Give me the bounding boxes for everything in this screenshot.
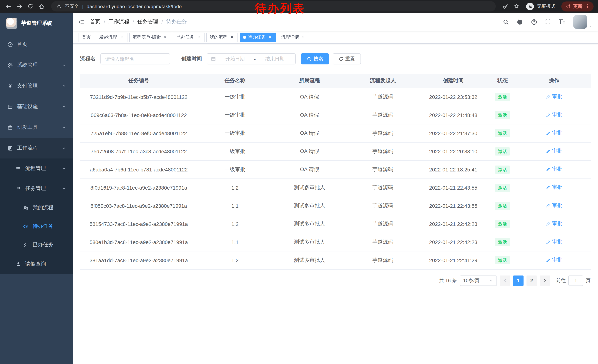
close-icon[interactable]: × (301, 35, 306, 40)
caret-down-icon (589, 25, 593, 29)
start-date-placeholder[interactable]: 开始日期 (218, 56, 252, 62)
close-icon[interactable]: × (196, 35, 201, 40)
tab-process-detail[interactable]: 流程详情 × (278, 32, 309, 42)
table-row: 580e1b3d-7ac8-11ec-a9e2-a2380e71991a 1.1… (80, 233, 590, 251)
cell-process: OA 请假 (273, 142, 347, 160)
avatar[interactable] (573, 15, 587, 29)
cell-created: 2022-01-22 23:53:32 (419, 88, 487, 106)
approve-action-link[interactable]: 审批 (546, 166, 562, 173)
browser-home-button[interactable] (36, 1, 47, 11)
browser-menu-dots-icon[interactable] (585, 4, 590, 9)
close-icon[interactable]: × (163, 35, 168, 40)
sidebar-item-payment[interactable]: 支付管理 (0, 75, 73, 96)
sidebar-item-label: 工作流程 (17, 145, 38, 152)
approve-action-link[interactable]: 审批 (546, 112, 562, 118)
approve-action-link[interactable]: 审批 (546, 257, 562, 263)
sidebar-item-system[interactable]: 系统管理 (0, 55, 73, 75)
url-text[interactable]: dashboard.yudao.iocoder.cn/bpm/task/todo (87, 4, 182, 9)
close-icon[interactable]: × (119, 35, 124, 40)
tab-my-process[interactable]: 我的流程 × (206, 32, 238, 42)
date-range-picker[interactable]: 开始日期 - 结束日期 (207, 53, 296, 65)
sidebar-item-leave-query[interactable]: 请假查询 (0, 254, 73, 274)
chrome-update-button[interactable]: 更新 (561, 1, 594, 11)
breadcrumb-item-home[interactable]: 首页 (90, 18, 100, 25)
end-date-placeholder[interactable]: 结束日期 (258, 56, 291, 62)
sidebar-item-my-process[interactable]: 我的流程 (0, 198, 73, 217)
sidebar-item-infrastructure[interactable]: 基础设施 (0, 96, 73, 117)
chevron-left-icon (503, 278, 507, 283)
tags-view-bar: 首页 发起流程 × 流程表单-编辑 × 已办任务 × 我的流程 × (73, 31, 598, 44)
eye-icon (23, 224, 29, 229)
goto-page-input[interactable] (568, 275, 583, 286)
list-icon (16, 166, 21, 171)
tab-done-tasks[interactable]: 已办任务 × (173, 32, 205, 42)
tab-todo-tasks[interactable]: 待办任务 × (240, 32, 276, 42)
font-size-icon: TT (559, 18, 565, 25)
status-badge: 激活 (495, 129, 510, 137)
cell-process: OA 请假 (273, 124, 347, 142)
font-size-button[interactable]: TT (556, 16, 568, 28)
next-page-button[interactable] (540, 275, 550, 286)
cell-initiator: 芋道源码 (347, 178, 419, 197)
browser-reload-button[interactable] (25, 1, 36, 11)
cell-task-id: 069c6a63-7b8a-11ec-8ef0-acde48001122 (80, 106, 198, 124)
chevron-down-icon (62, 125, 66, 129)
sidebar-item-todo-tasks[interactable]: 待办任务 (0, 217, 73, 235)
sidebar-item-home[interactable]: 首页 (0, 34, 73, 55)
page-size-select[interactable]: 10条/页 (460, 275, 497, 286)
search-button[interactable]: 搜索 (301, 53, 329, 65)
tab-form-edit[interactable]: 流程表单-编辑 × (129, 32, 171, 42)
approve-action-link[interactable]: 审批 (546, 202, 562, 209)
cell-process: OA 请假 (273, 88, 347, 106)
cell-created: 2022-01-21 22:43:55 (419, 178, 487, 197)
sidebar-item-task-mgmt[interactable]: 任务管理 (0, 178, 73, 198)
tab-start-process[interactable]: 发起流程 × (96, 32, 127, 42)
help-doc-button[interactable] (528, 16, 540, 28)
tab-home[interactable]: 首页 (79, 32, 94, 42)
sidebar-logo[interactable]: 芋道管理系统 (0, 13, 73, 34)
sidebar-item-process-mgmt[interactable]: 流程管理 (0, 159, 73, 178)
breadcrumb-item-task-mgmt[interactable]: 任务管理 (137, 18, 158, 25)
breadcrumb-item-workflow[interactable]: 工作流程 (108, 18, 129, 25)
security-label[interactable]: 不安全 (65, 3, 79, 9)
sidebar-collapse-button[interactable] (73, 13, 90, 31)
page-button-2[interactable]: 2 (526, 275, 537, 286)
cell-task-id: 725a1eb6-7b88-11ec-8ef0-acde48001122 (80, 124, 198, 142)
sidebar-item-done-tasks[interactable]: 已办任务 (0, 235, 73, 254)
user-avatar-menu[interactable] (573, 15, 593, 29)
status-badge: 激活 (495, 165, 510, 173)
prev-page-button[interactable] (500, 275, 510, 286)
browser-forward-button[interactable] (14, 1, 25, 11)
github-icon (516, 18, 523, 25)
approve-action-link[interactable]: 审批 (546, 148, 562, 155)
reset-button[interactable]: 重置 (333, 53, 361, 65)
back-arrow-icon (5, 3, 11, 9)
browser-back-button[interactable] (3, 1, 13, 11)
checklist-icon (23, 242, 29, 248)
process-name-label: 流程名 (80, 56, 96, 62)
cell-initiator: 芋道源码 (347, 142, 419, 160)
cell-created: 2022-01-21 22:43:55 (419, 197, 487, 215)
close-icon[interactable]: × (267, 35, 273, 40)
passwords-key-button[interactable] (500, 1, 511, 11)
fullscreen-button[interactable] (542, 16, 554, 28)
page-button-1[interactable]: 1 (513, 275, 523, 286)
process-name-input[interactable] (100, 53, 170, 65)
header-search-button[interactable] (500, 16, 512, 28)
cell-created: 2022-01-22 21:48:48 (419, 106, 487, 124)
approve-action-link[interactable]: 审批 (546, 239, 562, 245)
sidebar-item-devtools[interactable]: 研发工具 (0, 117, 73, 138)
approve-action-link[interactable]: 审批 (546, 220, 562, 227)
cell-process: OA 请假 (273, 106, 347, 124)
approve-action-link[interactable]: 审批 (546, 130, 562, 137)
bookmark-star-button[interactable] (511, 1, 522, 11)
sidebar-item-workflow[interactable]: 工作流程 (0, 138, 73, 159)
github-link-button[interactable] (514, 16, 526, 28)
page-size-value: 10条/页 (463, 277, 479, 284)
approve-action-link[interactable]: 审批 (546, 94, 562, 100)
cell-initiator: 芋道源码 (347, 88, 419, 106)
close-icon[interactable]: × (229, 35, 234, 40)
calendar-icon (211, 56, 216, 61)
approve-action-link[interactable]: 审批 (546, 184, 562, 191)
status-badge: 激活 (495, 147, 510, 155)
